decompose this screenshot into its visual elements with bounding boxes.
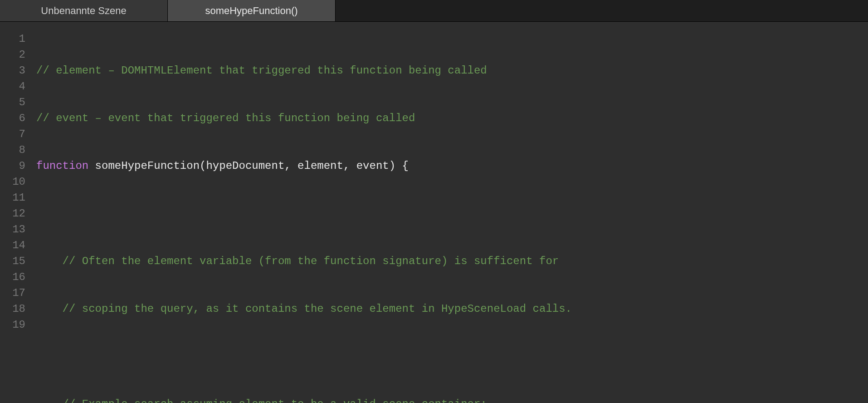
tab-scene[interactable]: Unbenannte Szene: [0, 0, 168, 21]
line-number: 7: [0, 126, 25, 142]
line-number: 4: [0, 79, 25, 94]
code-line: // Often the element variable (from the …: [36, 253, 859, 269]
function-signature: (hypeDocument, element, event) {: [200, 160, 409, 172]
line-number: 14: [0, 237, 25, 253]
code-content[interactable]: // element – DOMHTMLElement that trigger…: [36, 31, 868, 403]
code-line: [36, 349, 859, 364]
line-number: 8: [0, 142, 25, 158]
line-number: 3: [0, 63, 25, 79]
line-number: 13: [0, 221, 25, 237]
line-number: 17: [0, 285, 25, 301]
line-number: 12: [0, 206, 25, 221]
code-line: // Example search assuming element to be…: [36, 396, 859, 403]
line-number: 15: [0, 253, 25, 269]
code-line: [36, 206, 859, 221]
keyword: function: [36, 160, 88, 172]
line-number-gutter: 1 2 3 4 5 6 7 8 9 10 11 12 13 14 15 16 1…: [0, 31, 36, 403]
tab-function-label: someHypeFunction(): [205, 5, 297, 17]
line-number: 9: [0, 158, 25, 174]
function-name: someHypeFunction: [88, 160, 200, 172]
code-line: // event – event that triggered this fun…: [36, 110, 859, 126]
line-number: 5: [0, 94, 25, 110]
comment-text: // scoping the query, as it contains the…: [36, 303, 572, 315]
line-number: 10: [0, 174, 25, 190]
comment-text: // Often the element variable (from the …: [36, 255, 559, 267]
code-line: // scoping the query, as it contains the…: [36, 301, 859, 317]
line-number: 6: [0, 110, 25, 126]
line-number: 11: [0, 190, 25, 206]
code-editor[interactable]: 1 2 3 4 5 6 7 8 9 10 11 12 13 14 15 16 1…: [0, 22, 868, 403]
comment-text: // event – event that triggered this fun…: [36, 112, 415, 124]
tab-scene-label: Unbenannte Szene: [41, 5, 126, 17]
comment-text: // Example search assuming element to be…: [36, 398, 487, 403]
comment-text: // element – DOMHTMLElement that trigger…: [36, 64, 487, 77]
line-number: 18: [0, 301, 25, 317]
code-line: // element – DOMHTMLElement that trigger…: [36, 63, 859, 79]
tab-bar: Unbenannte Szene someHypeFunction(): [0, 0, 868, 22]
code-line: function someHypeFunction(hypeDocument, …: [36, 158, 859, 174]
line-number: 16: [0, 269, 25, 285]
line-number: 2: [0, 47, 25, 63]
line-number: 19: [0, 317, 25, 333]
tab-function[interactable]: someHypeFunction(): [168, 0, 336, 21]
line-number: 1: [0, 31, 25, 47]
